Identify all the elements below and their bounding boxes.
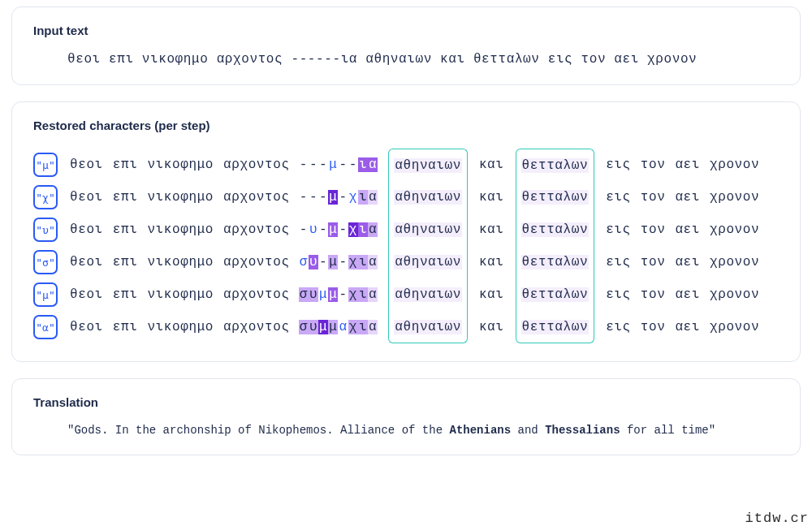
- mid-char: α: [368, 287, 378, 302]
- token: αει: [674, 320, 701, 334]
- highlight-column-athenians: αθηναιων: [388, 181, 468, 213]
- translation-segment: and: [511, 424, 545, 437]
- token: επι: [112, 190, 139, 205]
- mid-char: -: [338, 255, 348, 269]
- restored-char: α: [338, 320, 348, 334]
- mid-char: μ: [328, 287, 338, 302]
- token: αθηναιων: [394, 287, 462, 302]
- step-line: θεοιεπινικοφημοαρχοντοςσυμμ-χιααθηναιωνκ…: [69, 278, 760, 311]
- step-badge: "α": [33, 315, 58, 339]
- token: χρονον: [709, 287, 760, 302]
- highlight-column-athenians: αθηναιων: [388, 311, 468, 343]
- mid-char: μ: [328, 222, 338, 237]
- token: αρχοντος: [222, 320, 291, 334]
- token: χρονον: [709, 190, 760, 205]
- token: θεοι: [69, 157, 104, 172]
- translation-card: Translation "Gods. In the archonship of …: [11, 378, 801, 455]
- token: επι: [112, 287, 139, 302]
- token: και: [478, 222, 505, 237]
- mid-char: -: [309, 157, 318, 172]
- translation-bold: Thessalians: [545, 424, 620, 437]
- mid-char: α: [368, 157, 378, 172]
- token: νικοφημο: [146, 190, 214, 205]
- step-line: θεοιεπινικοφημοαρχοντοςσυ-μ-χιααθηναιωνκ…: [69, 246, 760, 278]
- token: επι: [112, 320, 139, 334]
- highlight-column-thessalians: θετταλων: [516, 311, 595, 343]
- highlight-column-athenians: αθηναιων: [388, 246, 468, 278]
- mid-char: α: [368, 190, 378, 205]
- highlight-column-athenians: αθηναιων: [388, 213, 468, 246]
- token: χρονον: [709, 255, 760, 269]
- mid-char: α: [368, 320, 378, 334]
- mid-char: υ: [309, 255, 318, 269]
- mid-char: -: [318, 222, 328, 237]
- token: χρονον: [709, 320, 760, 334]
- mid-char: -: [318, 255, 328, 269]
- translation-title: Translation: [33, 395, 779, 409]
- step-row: "σ"θεοιεπινικοφημοαρχοντοςσυ-μ-χιααθηναι…: [33, 246, 779, 278]
- token: νικοφημο: [146, 157, 214, 172]
- restored-char: χ: [348, 190, 358, 205]
- token: αθηναιων: [394, 222, 462, 237]
- mid-char: -: [299, 222, 309, 237]
- step-badge: "χ": [33, 185, 58, 209]
- mid-char: -: [338, 222, 348, 237]
- token: θετταλων: [521, 158, 590, 173]
- mid-char: μ: [318, 320, 328, 334]
- restored-char: σ: [299, 255, 309, 269]
- step-line: θεοιεπινικοφημοαρχοντος-υ-μ-χιααθηναιωνκ…: [69, 213, 760, 246]
- step-line: θεοιεπινικοφημοαρχοντος---μ-χιααθηναιωνκ…: [69, 181, 760, 213]
- token: επι: [112, 157, 139, 172]
- token: εις: [605, 320, 632, 334]
- mid-char: ι: [358, 255, 368, 269]
- highlight-column-thessalians: θετταλων: [516, 246, 595, 278]
- restored-char: υ: [309, 222, 318, 237]
- token: εις: [605, 190, 632, 205]
- token: αει: [674, 157, 701, 172]
- translation-segment: "Gods. In the archonship of Nikophemos. …: [67, 424, 449, 437]
- input-card: Input text θεοι επι νικοφημο αρχοντος --…: [11, 6, 801, 85]
- step-line: θεοιεπινικοφημοαρχοντοςσυμμαχιααθηναιωνκ…: [69, 311, 760, 343]
- mid-char: -: [299, 190, 309, 205]
- mid-char: α: [368, 222, 378, 237]
- token: τον: [640, 222, 667, 237]
- mid-char: -: [338, 190, 348, 205]
- token: τον: [640, 320, 667, 334]
- highlight-column-thessalians: θετταλων: [516, 213, 595, 246]
- token: αθηναιων: [394, 158, 462, 173]
- token: θεοι: [69, 190, 104, 205]
- mid-char: -: [338, 287, 348, 302]
- token: εις: [605, 255, 632, 269]
- step-line: θεοιεπινικοφημοαρχοντος---μ--ιααθηναιωνκ…: [69, 149, 760, 181]
- restored-card: Restored characters (per step) "μ"θεοιεπ…: [11, 101, 801, 362]
- highlight-column-athenians: αθηναιων: [388, 278, 468, 311]
- mid-char: υ: [309, 287, 318, 302]
- mid-char: μ: [328, 255, 338, 269]
- token: νικοφημο: [146, 255, 214, 269]
- token: θετταλων: [521, 320, 590, 334]
- mid-char: -: [318, 190, 328, 205]
- token: εις: [605, 287, 632, 302]
- token: τον: [640, 287, 667, 302]
- mid-char: -: [318, 157, 328, 172]
- token: και: [478, 320, 505, 334]
- restored-title: Restored characters (per step): [33, 119, 779, 132]
- mid-char: σ: [299, 320, 309, 334]
- highlight-column-thessalians: θετταλων: [516, 278, 595, 311]
- token: νικοφημο: [146, 222, 214, 237]
- token: θεοι: [69, 320, 104, 334]
- highlight-column-athenians: αθηναιων: [388, 149, 468, 181]
- token: αθηναιων: [394, 320, 462, 334]
- token: θεοι: [69, 287, 104, 302]
- token: νικοφημο: [146, 287, 214, 302]
- token: αει: [674, 287, 701, 302]
- restored-char: μ: [318, 287, 328, 302]
- mid-char: σ: [299, 287, 309, 302]
- step-row: "χ"θεοιεπινικοφημοαρχοντος---μ-χιααθηναι…: [33, 181, 779, 213]
- highlight-column-thessalians: θετταλων: [516, 149, 595, 181]
- token: και: [478, 255, 505, 269]
- token: τον: [640, 255, 667, 269]
- token: εις: [605, 222, 632, 237]
- input-text: θεοι επι νικοφημο αρχοντος ------ια αθην…: [33, 52, 779, 67]
- mid-char: ι: [358, 157, 368, 172]
